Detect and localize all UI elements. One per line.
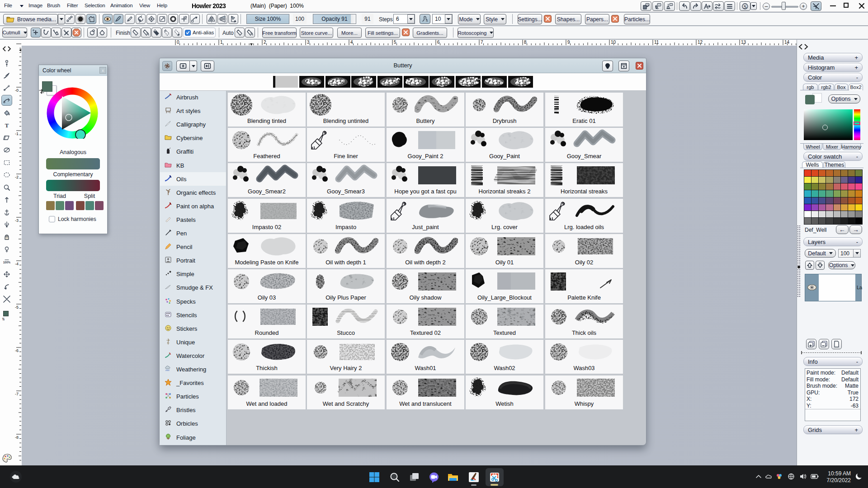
svg-text:11: 11	[654, 40, 659, 45]
svg-text:12: 12	[698, 40, 703, 45]
svg-text:-6: -6	[15, 348, 19, 353]
svg-text:14: 14	[784, 40, 790, 45]
svg-text:13: 13	[741, 40, 746, 45]
svg-text:10: 10	[611, 40, 616, 45]
svg-text:5: 5	[394, 40, 396, 45]
svg-text:-5: -5	[15, 305, 19, 310]
svg-text:-8: -8	[15, 435, 19, 440]
svg-text:-2: -2	[15, 175, 19, 179]
svg-text:-1: -1	[15, 131, 19, 136]
svg-text:3: 3	[307, 40, 310, 45]
svg-text:7: 7	[481, 40, 483, 45]
svg-text:8: 8	[524, 40, 527, 45]
svg-text:-0: -0	[15, 88, 19, 93]
svg-text:0: 0	[177, 40, 179, 45]
svg-text:-3: -3	[15, 218, 19, 223]
svg-text:2: 2	[264, 40, 266, 45]
svg-text:9: 9	[567, 40, 570, 45]
svg-text:-4: -4	[15, 262, 19, 266]
svg-text:-7: -7	[15, 392, 19, 396]
svg-text:6: 6	[437, 40, 440, 45]
svg-text:4: 4	[350, 40, 353, 45]
svg-text:1: 1	[220, 40, 223, 45]
